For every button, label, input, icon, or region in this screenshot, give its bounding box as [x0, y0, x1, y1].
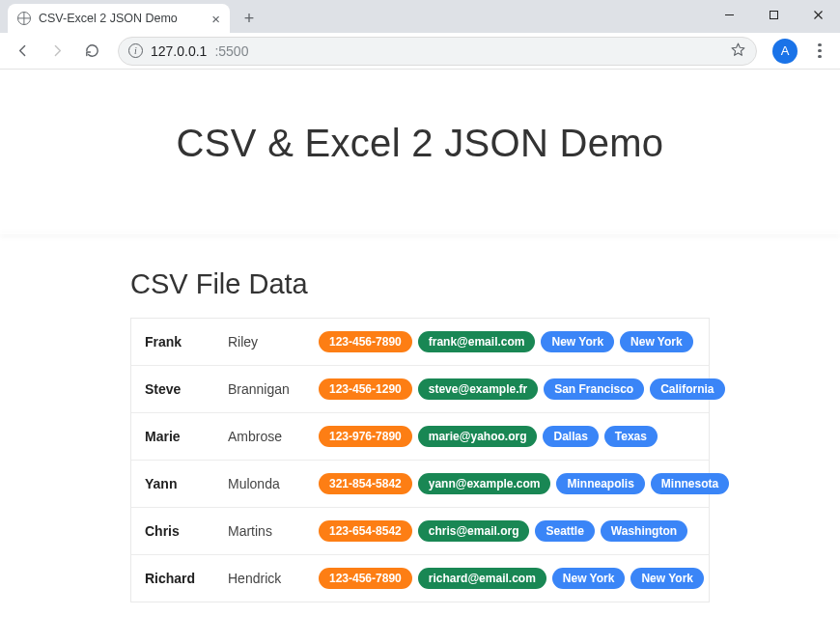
email-pill: chris@email.org — [418, 520, 530, 542]
phone-pill: 123-456-7890 — [319, 568, 412, 589]
first-name: Steve — [145, 381, 224, 397]
table-row: Marie Ambrose 123-976-7890 marie@yahoo.o… — [131, 413, 709, 461]
last-name: Riley — [228, 334, 315, 350]
browser-menu-icon[interactable] — [807, 43, 832, 59]
hero-divider — [0, 233, 840, 234]
forward-button[interactable] — [42, 37, 71, 66]
last-name: Hendrick — [228, 571, 315, 586]
last-name: Brannigan — [228, 381, 315, 397]
first-name: Frank — [145, 334, 224, 350]
city-pill: New York — [552, 568, 626, 589]
phone-pill: 123-654-8542 — [319, 520, 412, 542]
section-title: CSV File Data — [130, 268, 710, 300]
browser-tab[interactable]: CSV-Excel 2 JSON Demo × — [8, 4, 230, 33]
pill-group: 123-456-1290 steve@example.fr San Franci… — [319, 378, 725, 400]
first-name: Yann — [145, 476, 224, 491]
city-pill: New York — [541, 331, 614, 352]
state-pill: New York — [620, 331, 693, 352]
browser-toolbar: i 127.0.0.1:5500 A — [0, 33, 840, 70]
table-row: Yann Mulonda 321-854-5842 yann@example.c… — [131, 461, 709, 508]
email-pill: marie@yahoo.org — [418, 426, 538, 447]
email-pill: richard@email.com — [418, 568, 546, 589]
last-name: Ambrose — [228, 429, 315, 444]
table-row: Chris Martins 123-654-8542 chris@email.o… — [131, 508, 709, 555]
page-title: CSV & Excel 2 JSON Demo — [0, 70, 840, 233]
globe-icon — [17, 12, 31, 25]
state-pill: California — [650, 378, 724, 400]
url-host: 127.0.0.1 — [151, 43, 207, 59]
table-row: Frank Riley 123-456-7890 frank@email.com… — [131, 319, 709, 366]
tab-title: CSV-Excel 2 JSON Demo — [39, 12, 204, 25]
last-name: Mulonda — [228, 476, 315, 491]
email-pill: frank@email.com — [418, 331, 536, 352]
site-info-icon[interactable]: i — [128, 43, 143, 58]
browser-chrome: CSV-Excel 2 JSON Demo × + i 12 — [0, 0, 840, 644]
email-pill: yann@example.com — [418, 473, 551, 494]
pill-group: 123-654-8542 chris@email.org Seattle Was… — [319, 520, 695, 542]
title-bar: CSV-Excel 2 JSON Demo × + — [0, 0, 840, 33]
main-content: CSV File Data Frank Riley 123-456-7890 f… — [130, 268, 710, 602]
pill-group: 123-456-7890 frank@email.com New York Ne… — [319, 331, 695, 352]
first-name: Richard — [145, 571, 224, 586]
pill-group: 321-854-5842 yann@example.com Minneapoli… — [319, 473, 729, 494]
state-pill: Texas — [604, 426, 658, 447]
close-tab-icon[interactable]: × — [211, 12, 220, 26]
first-name: Chris — [145, 523, 224, 539]
state-pill: New York — [630, 568, 704, 589]
phone-pill: 123-456-1290 — [319, 378, 412, 400]
city-pill: Dallas — [543, 426, 598, 447]
svg-rect-1 — [770, 11, 777, 18]
table-row: Steve Brannigan 123-456-1290 steve@examp… — [131, 366, 709, 413]
back-button[interactable] — [8, 37, 37, 66]
phone-pill: 123-456-7890 — [319, 331, 412, 352]
reload-button[interactable] — [77, 37, 106, 66]
data-table: Frank Riley 123-456-7890 frank@email.com… — [130, 318, 710, 602]
address-bar[interactable]: i 127.0.0.1:5500 — [118, 37, 757, 66]
city-pill: Minneapolis — [556, 473, 644, 494]
minimize-button[interactable] — [707, 0, 751, 29]
avatar-initial: A — [781, 43, 790, 58]
phone-pill: 123-976-7890 — [319, 426, 412, 447]
table-row: Richard Hendrick 123-456-7890 richard@em… — [131, 555, 709, 602]
last-name: Martins — [228, 523, 315, 539]
pill-group: 123-976-7890 marie@yahoo.org Dallas Texa… — [319, 426, 695, 447]
phone-pill: 321-854-5842 — [319, 473, 412, 494]
page-content: CSV & Excel 2 JSON Demo CSV File Data Fr… — [0, 70, 840, 644]
first-name: Marie — [145, 429, 224, 444]
city-pill: San Francisco — [544, 378, 644, 400]
url-port: :5500 — [214, 43, 248, 59]
new-tab-button[interactable]: + — [236, 5, 263, 32]
maximize-button[interactable] — [751, 0, 796, 29]
pill-group: 123-456-7890 richard@email.com New York … — [319, 568, 704, 589]
state-pill: Washington — [601, 520, 687, 542]
profile-avatar[interactable]: A — [772, 39, 798, 64]
window-controls — [707, 0, 840, 29]
close-window-button[interactable] — [796, 0, 840, 29]
email-pill: steve@example.fr — [418, 378, 538, 400]
state-pill: Minnesota — [651, 473, 729, 494]
bookmark-star-icon[interactable] — [730, 42, 746, 61]
city-pill: Seattle — [535, 520, 594, 542]
